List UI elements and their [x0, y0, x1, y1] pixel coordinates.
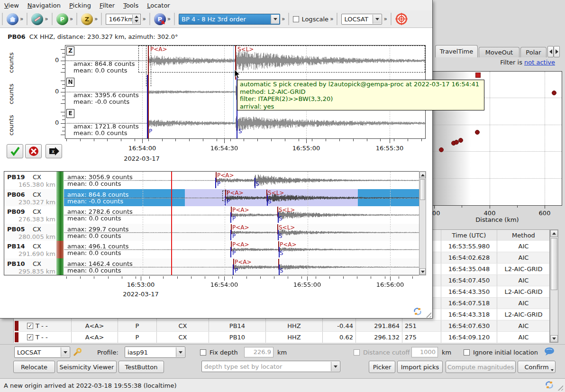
list-row-PB05[interactable]: PB05CX280.005 kmP<A>PS<L>Samax: 299.7 co… [4, 224, 426, 241]
filter-not-active-link[interactable]: not active [524, 59, 555, 66]
locator-settings-icon[interactable] [73, 348, 82, 358]
reject-button[interactable] [25, 144, 42, 158]
button-seismicity-viewer[interactable]: Seismicity Viewer [57, 361, 117, 373]
scroll-down-button[interactable] [419, 268, 426, 275]
connection-status-icon[interactable] [545, 381, 554, 391]
arrivals-table-scrollbar[interactable] [550, 229, 558, 343]
locator-combobox[interactable]: LOCSAT [14, 346, 70, 358]
traveltime-xlabel: Distance (km) [475, 216, 519, 223]
time-axis-minor-tick [285, 139, 285, 141]
button-picker[interactable]: Picker [369, 361, 395, 373]
align-p-icon[interactable]: P [56, 13, 68, 25]
pick-marker-label: P<A> [227, 190, 244, 196]
spin-up-icon[interactable] [135, 16, 138, 18]
p-pick-sublabel: P [149, 128, 152, 135]
time-axis-minor-tick [66, 139, 67, 141]
menu-picking[interactable]: Picking [65, 1, 95, 10]
relocate-target-icon[interactable] [395, 13, 408, 25]
arrival-time-cell: 16:54:43.350 [441, 286, 497, 297]
amplitude-scale-icon[interactable] [31, 13, 43, 25]
station-list-scrollbar[interactable] [419, 171, 426, 275]
menu-navigation[interactable]: Navigation [23, 1, 65, 10]
tab-scroll-right-button[interactable] [554, 46, 560, 57]
button-testbutton[interactable]: TestButton [118, 361, 164, 373]
trace-mean-label: mean: 0.0 counts [73, 130, 128, 137]
picker-window: ViewNavigationPickingFilterToolsLocator … [0, 0, 433, 319]
time-axis-minor-tick [339, 139, 340, 141]
comment-bubble-icon[interactable] [544, 347, 555, 358]
scroll-up-button[interactable] [419, 172, 426, 178]
arrival-used-checkbox[interactable]: ✓ [27, 334, 33, 340]
home-icon[interactable] [7, 13, 18, 25]
tab-polar[interactable]: Polar [520, 47, 547, 57]
time-axis-minor-tick [357, 276, 357, 279]
table-row[interactable]: ✓T - -A<A>PCXPB14HHZ-0.44291.86425116:54… [14, 320, 549, 332]
button-confirm[interactable]: Confirm [518, 361, 556, 373]
picker-resize-grip[interactable] [425, 311, 431, 318]
channel-label-N: N [66, 78, 74, 87]
time-axis-minor-tick [353, 139, 354, 141]
pick-p-icon[interactable]: P [154, 13, 166, 25]
locator-combobox-value: LOCSAT [17, 349, 41, 356]
component-z-icon[interactable]: Z [81, 13, 93, 25]
pick-marker-sublabel: S [279, 215, 282, 222]
spin-down-icon[interactable] [135, 20, 138, 22]
profile-label: Profile: [97, 349, 118, 356]
window-resize-grip[interactable] [556, 384, 563, 391]
list-row-PB14[interactable]: PB14CX291.690 kmP<A>PP<A>Samax: 496.1 co… [4, 241, 426, 258]
depth-type-combobox[interactable]: depth type set by locator [201, 361, 340, 372]
pick-marker-sublabel: S [280, 267, 283, 274]
menu-tools[interactable]: Tools [119, 1, 143, 10]
tab-moveout[interactable]: MoveOut [479, 47, 519, 57]
list-row-PB10[interactable]: PB10CX295.835 kmP<A>PSamax: 1462.4 count… [4, 258, 426, 275]
list-row-PB19[interactable]: PB19CX165.380 kmP<A>PSamax: 3056.9 count… [4, 172, 426, 189]
menu-view[interactable]: View [0, 1, 23, 10]
time-axis-minor-tick [246, 276, 247, 279]
tab-traveltime[interactable]: TravelTime [435, 45, 478, 57]
logscale-checkbox[interactable] [293, 16, 299, 22]
menu-filter[interactable]: Filter [95, 1, 119, 10]
scroll-down-button[interactable] [550, 335, 558, 342]
button-import-picks[interactable]: Import picks [397, 361, 443, 373]
y-axis-tick [61, 135, 65, 135]
filter-combobox[interactable]: BP 4 - 8 Hz 3rd order [179, 14, 280, 25]
distance-cutoff-checkbox[interactable] [354, 349, 360, 356]
skip-trace-button[interactable]: x [46, 144, 62, 158]
list-row-PB09[interactable]: PB09CX276.383 kmP<A>PS<L>Samax: 2782.6 c… [4, 206, 426, 224]
ignore-initial-location-checkbox[interactable] [464, 349, 470, 356]
picker-connection-icon[interactable] [413, 307, 422, 317]
scrollbar-thumb[interactable] [420, 179, 425, 200]
y-axis-unit-label: counts [8, 48, 15, 73]
arrival-used-checkbox[interactable]: ✓ [27, 323, 33, 329]
ignore-initial-location-label: Ignore initial location [473, 349, 538, 356]
locator-toolbar-combobox[interactable]: LOCSAT [341, 14, 382, 25]
fix-depth-checkbox[interactable] [200, 349, 206, 356]
time-axis-major-tick [142, 139, 143, 143]
button-compute-magnitudes[interactable]: Compute magnitudes [446, 361, 516, 373]
arrival-channel-cell: HHZ [266, 320, 323, 331]
distance-spinbox[interactable]: 1667km [106, 14, 141, 25]
s-pick-sublabel: S [238, 128, 242, 135]
distance-spinbox-value: 1667km [109, 16, 134, 23]
scroll-up-button[interactable] [550, 230, 558, 237]
time-axis-minor-tick [177, 276, 178, 279]
button-relocate[interactable]: Relocate [13, 361, 55, 373]
station-code: PB19 [7, 173, 25, 181]
depth-input[interactable]: 226.9 [244, 347, 273, 357]
menu-locator[interactable]: Locator [143, 1, 174, 10]
time-axis-minor-tick [107, 139, 108, 141]
scrollbar-thumb[interactable] [551, 238, 557, 290]
time-gridline [143, 172, 143, 275]
time-axis-minor-tick [80, 276, 81, 279]
profile-combobox[interactable]: iasp91 [125, 346, 185, 358]
tab-scroll-left-button[interactable] [547, 46, 554, 57]
table-row[interactable]: ✓T - -A<A>PCXPB10HHZ0.62296.13227516:54:… [14, 332, 549, 343]
time-axis-minor-tick [271, 139, 272, 141]
list-row-PB06[interactable]: PB06CX230.327 kmP<A>PS<L>Samax: 864.8 co… [4, 189, 426, 207]
accept-button[interactable] [7, 144, 23, 158]
list-mean-label: mean: 0.0 counts [67, 181, 121, 187]
station-distance: 165.380 km [4, 181, 55, 188]
pick-marker-sublabel: P [232, 233, 236, 239]
cutoff-input[interactable]: 1000 [411, 347, 438, 357]
x-axis-tick-label: 400 [484, 210, 496, 217]
